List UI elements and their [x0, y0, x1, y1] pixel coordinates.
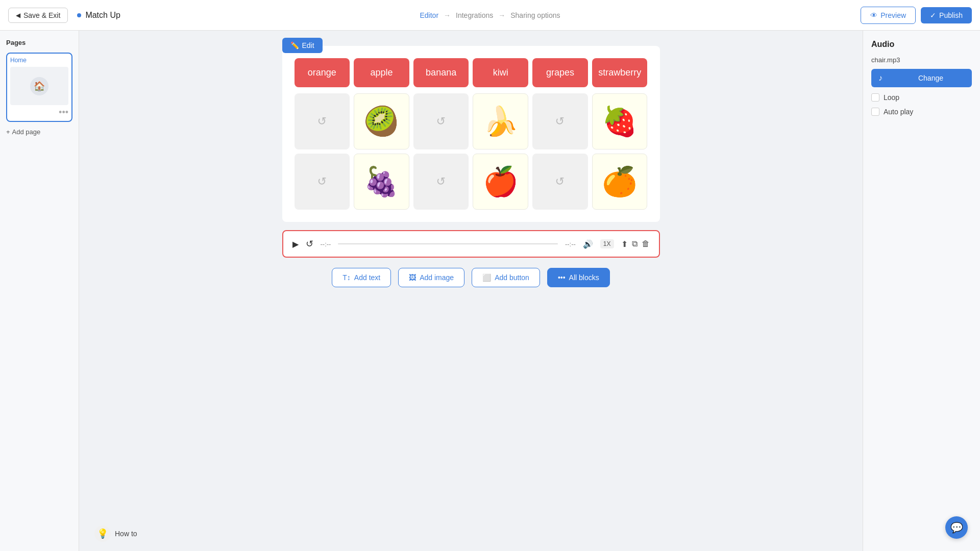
player-time-start: --:-- [321, 240, 331, 248]
dots-icon: ••• [558, 273, 566, 282]
topnav: ◀ Save & Exit Match Up Editor → Integrat… [0, 0, 980, 31]
volume-icon[interactable]: 🔊 [583, 239, 593, 249]
how-to-icon: 💡 [94, 525, 111, 542]
replay-button[interactable]: ↺ [306, 238, 313, 249]
refresh-icon: ↻ [555, 175, 565, 188]
img-cell-row2-grid-4[interactable]: ↻ [532, 154, 588, 210]
autoplay-row: Auto play [871, 108, 972, 116]
preview-label: Preview [880, 11, 906, 19]
audio-player: ▶ ↺ --:-- --:-- 🔊 1X ⬆ ⧉ 🗑 [282, 230, 660, 258]
doc-title: Match Up [77, 11, 120, 20]
fruit-label-orange[interactable]: orange [295, 58, 350, 87]
loop-checkbox[interactable] [871, 93, 879, 102]
img-cell-row2-grid-1[interactable]: 🍇 [354, 154, 409, 210]
audio-filename: chair.mp3 [871, 56, 972, 64]
right-sidebar: Audio chair.mp3 ♪ Change Loop Auto play [863, 31, 980, 551]
image-row-2: ↻🍇↻🍎↻🍊 [295, 154, 648, 210]
upload-button[interactable]: ⬆ [621, 239, 628, 249]
fruit-label-strawberry[interactable]: strawberry [592, 58, 648, 87]
nav-right: 👁 Preview ✓ Publish [861, 7, 972, 24]
all-blocks-label: All blocks [569, 273, 599, 282]
plus-icon: + [6, 128, 10, 136]
fruit-label-grapes[interactable]: grapes [532, 58, 588, 87]
page-thumb-home[interactable]: Home 🏠 ••• [6, 53, 72, 122]
fruit-labels-row: orangeapplebananakiwigrapesstrawberry [295, 58, 648, 87]
game-area: ✏️ Edit orangeapplebananakiwigrapesstraw… [282, 46, 660, 222]
img-cell-row2-grid-0[interactable]: ↻ [295, 154, 350, 210]
add-button-label: Add button [495, 273, 529, 282]
img-cell-row1-grid-5[interactable]: 🍓 [592, 93, 648, 149]
home-icon: 🏠 [30, 77, 48, 95]
chat-icon: 💬 [950, 521, 963, 534]
img-cell-row1-grid-3[interactable]: 🍌 [473, 93, 528, 149]
fruit-label-kiwi[interactable]: kiwi [473, 58, 528, 87]
chat-bubble-button[interactable]: 💬 [945, 516, 968, 539]
img-cell-row2-grid-5[interactable]: 🍊 [592, 154, 648, 210]
autoplay-label: Auto play [884, 108, 913, 116]
play-button[interactable]: ▶ [292, 239, 299, 249]
img-cell-row2-grid-3[interactable]: 🍎 [473, 154, 528, 210]
audio-section-title: Audio [871, 40, 972, 49]
breadcrumb-arrow2: → [498, 11, 505, 19]
status-dot [77, 13, 81, 17]
player-time-end: --:-- [565, 240, 576, 248]
text-icon: T↕ [342, 273, 351, 282]
all-blocks-button[interactable]: ••• All blocks [547, 268, 610, 287]
how-to-row[interactable]: 💡 How to [79, 525, 137, 542]
speed-badge[interactable]: 1X [600, 239, 614, 248]
add-image-button[interactable]: 🖼 Add image [398, 268, 464, 287]
add-button-button[interactable]: ⬜ Add button [472, 268, 540, 287]
breadcrumb-editor[interactable]: Editor [420, 11, 438, 19]
save-exit-button[interactable]: ◀ Save & Exit [8, 8, 68, 23]
breadcrumb: Editor → Integrations → Sharing options [420, 11, 560, 19]
check-icon: ✓ [930, 11, 936, 19]
add-text-button[interactable]: T↕ Add text [332, 268, 391, 287]
page-thumb-image: 🏠 [10, 67, 68, 105]
arrow-left-icon: ◀ [16, 12, 20, 19]
edit-button[interactable]: ✏️ Edit [282, 38, 323, 53]
fruit-label-apple[interactable]: apple [354, 58, 409, 87]
delete-button[interactable]: 🗑 [642, 239, 650, 248]
add-page-button[interactable]: + Add page [6, 128, 72, 136]
loop-row: Loop [871, 93, 972, 102]
preview-button[interactable]: 👁 Preview [861, 7, 916, 24]
publish-button[interactable]: ✓ Publish [921, 7, 972, 23]
main-layout: Pages Home 🏠 ••• + Add page ✏️ Edit oran… [0, 31, 980, 551]
publish-label: Publish [939, 11, 963, 19]
image-icon: 🖼 [409, 273, 416, 282]
change-audio-button[interactable]: Change [890, 69, 972, 87]
autoplay-checkbox[interactable] [871, 108, 879, 116]
img-cell-row1-grid-2[interactable]: ↻ [413, 93, 469, 149]
how-to-label: How to [115, 530, 137, 538]
button-icon: ⬜ [482, 273, 491, 282]
player-actions: ⬆ ⧉ 🗑 [621, 239, 650, 249]
player-progress-bar[interactable] [338, 243, 557, 244]
breadcrumb-integrations[interactable]: Integrations [456, 11, 493, 19]
breadcrumb-sharing[interactable]: Sharing options [510, 11, 560, 19]
page-more: ••• [10, 107, 68, 118]
img-cell-row1-grid-0[interactable]: ↻ [295, 93, 350, 149]
three-dots-icon[interactable]: ••• [59, 107, 68, 118]
breadcrumb-arrow1: → [444, 11, 451, 19]
add-image-label: Add image [420, 273, 454, 282]
doc-title-text: Match Up [85, 11, 120, 20]
pages-title: Pages [6, 39, 72, 46]
add-block-row: T↕ Add text 🖼 Add image ⬜ Add button •••… [89, 268, 852, 287]
audio-controls: ♪ Change [871, 69, 972, 87]
edit-label: Edit [302, 41, 314, 49]
page-home-label: Home [10, 57, 68, 64]
refresh-icon: ↻ [555, 115, 565, 128]
img-cell-row2-grid-2[interactable]: ↻ [413, 154, 469, 210]
left-sidebar: Pages Home 🏠 ••• + Add page [0, 31, 79, 551]
add-text-label: Add text [354, 273, 380, 282]
refresh-icon: ↻ [436, 115, 446, 128]
save-exit-label: Save & Exit [23, 11, 60, 19]
fruit-label-banana[interactable]: banana [413, 58, 469, 87]
add-page-label: Add page [12, 128, 41, 136]
img-cell-row1-grid-1[interactable]: 🥝 [354, 93, 409, 149]
img-cell-row1-grid-4[interactable]: ↻ [532, 93, 588, 149]
audio-music-button[interactable]: ♪ [871, 69, 890, 87]
eye-icon: 👁 [870, 11, 877, 19]
pencil-icon: ✏️ [290, 41, 299, 49]
copy-button[interactable]: ⧉ [632, 239, 638, 248]
